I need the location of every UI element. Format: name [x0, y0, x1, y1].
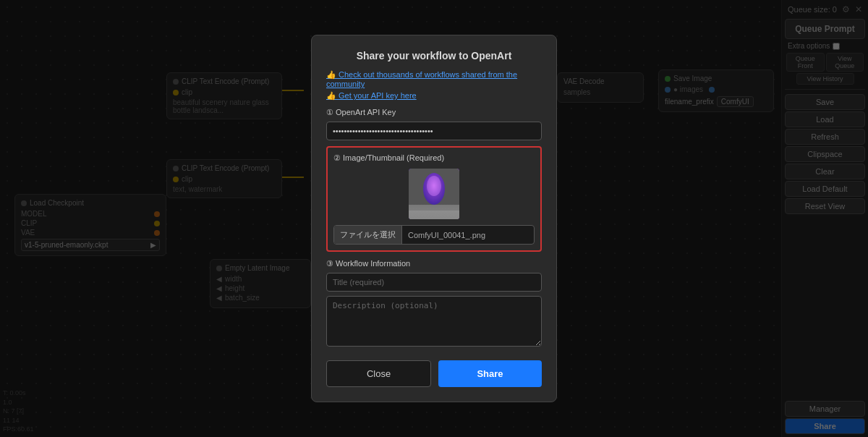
workflow-description-input[interactable] — [326, 296, 542, 347]
community-link[interactable]: 👍 Check out thousands of workflows share… — [326, 70, 542, 88]
file-choose-button[interactable]: ファイルを選択 — [334, 226, 402, 244]
api-key-link[interactable]: 👍 Get your API key here — [326, 91, 542, 101]
api-key-label: ① OpenArt API Key — [326, 108, 542, 117]
thumbnail-image — [409, 169, 459, 219]
thumbnail-area — [333, 169, 535, 219]
file-input-row: ファイルを選択 ComfyUI_00041_.png — [333, 225, 535, 245]
share-modal: Share your workflow to OpenArt 👍 Check o… — [311, 35, 557, 402]
image-thumbnail-section: ② Image/Thumbnail (Required) — [326, 146, 542, 252]
modal-buttons: Close Share — [326, 360, 542, 387]
file-name-display: ComfyUI_00041_.png — [402, 227, 534, 243]
modal-title: Share your workflow to OpenArt — [326, 50, 542, 61]
workflow-title-input[interactable] — [326, 273, 542, 292]
workflow-info-section: ③ Workflow Information — [326, 259, 542, 349]
modal-overlay[interactable]: Share your workflow to OpenArt 👍 Check o… — [0, 0, 868, 437]
image-section-label: ② Image/Thumbnail (Required) — [333, 153, 535, 163]
svg-rect-6 — [409, 211, 459, 219]
modal-share-button[interactable]: Share — [438, 360, 542, 387]
svg-point-4 — [427, 176, 441, 196]
api-key-input[interactable] — [326, 122, 542, 140]
workflow-info-label: ③ Workflow Information — [326, 259, 542, 268]
svg-rect-5 — [409, 205, 459, 219]
modal-close-button[interactable]: Close — [326, 360, 431, 387]
